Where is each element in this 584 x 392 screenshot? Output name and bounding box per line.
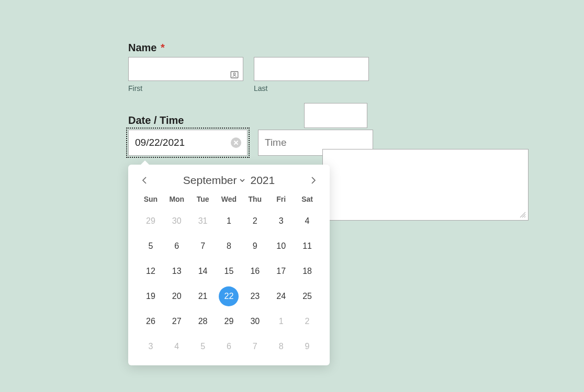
last-name-field: Last xyxy=(254,57,369,93)
calendar-day[interactable]: 17 xyxy=(268,259,294,284)
calendar-day[interactable]: 6 xyxy=(164,234,190,259)
month-label: September xyxy=(183,174,237,187)
calendar-day[interactable]: 15 xyxy=(216,259,242,284)
calendar-day[interactable]: 30 xyxy=(164,209,190,234)
calendar-day[interactable]: 4 xyxy=(164,334,190,359)
calendar-day[interactable]: 27 xyxy=(164,309,190,334)
month-selector[interactable]: September xyxy=(183,174,245,187)
calendar-day[interactable]: 22 xyxy=(216,284,242,309)
last-name-input[interactable] xyxy=(254,57,369,81)
weekday-header: Mon xyxy=(164,192,190,209)
calendar-day[interactable]: 9 xyxy=(294,334,320,359)
weekday-header: Fri xyxy=(268,192,294,209)
calendar-day[interactable]: 10 xyxy=(268,234,294,259)
name-row: First Last xyxy=(128,57,531,93)
calendar-day[interactable]: 14 xyxy=(190,259,216,284)
calendar-day[interactable]: 20 xyxy=(164,284,190,309)
weekday-header: Sun xyxy=(138,192,164,209)
last-sublabel: Last xyxy=(254,84,369,93)
calendar-day[interactable]: 5 xyxy=(138,234,164,259)
chevron-down-icon xyxy=(239,177,245,183)
prev-month-button[interactable] xyxy=(141,176,149,185)
calendar-title: September 2021 xyxy=(183,174,275,187)
calendar-day[interactable]: 16 xyxy=(242,259,268,284)
form-container: Name * First Last Date / Time xyxy=(128,42,531,156)
first-name-field: First xyxy=(128,57,243,93)
obscured-input[interactable] xyxy=(304,103,367,128)
calendar-day[interactable]: 9 xyxy=(242,234,268,259)
calendar-day[interactable]: 5 xyxy=(190,334,216,359)
calendar-day[interactable]: 3 xyxy=(268,209,294,234)
name-label-text: Name xyxy=(128,42,156,53)
date-time-section: Date / Time xyxy=(128,114,531,156)
calendar-day[interactable]: 7 xyxy=(190,234,216,259)
calendar-day[interactable]: 6 xyxy=(216,334,242,359)
calendar-day[interactable]: 8 xyxy=(216,234,242,259)
calendar-day[interactable]: 24 xyxy=(268,284,294,309)
required-indicator: * xyxy=(161,42,165,53)
name-label: Name * xyxy=(128,42,531,54)
calendar-header: September 2021 xyxy=(138,172,320,192)
resize-handle-icon xyxy=(520,212,526,218)
year-label[interactable]: 2021 xyxy=(251,174,275,187)
calendar-day[interactable]: 30 xyxy=(242,309,268,334)
clear-icon[interactable] xyxy=(231,137,241,148)
obscured-textarea[interactable] xyxy=(322,149,529,221)
date-input[interactable] xyxy=(128,130,248,156)
calendar-day[interactable]: 21 xyxy=(190,284,216,309)
calendar-day[interactable]: 19 xyxy=(138,284,164,309)
calendar-day[interactable]: 1 xyxy=(268,309,294,334)
first-name-input[interactable] xyxy=(128,57,243,81)
calendar-day[interactable]: 25 xyxy=(294,284,320,309)
weekday-header: Wed xyxy=(216,192,242,209)
calendar-day[interactable]: 2 xyxy=(242,209,268,234)
calendar-day[interactable]: 12 xyxy=(138,259,164,284)
date-field xyxy=(128,130,248,156)
weekday-header: Thu xyxy=(242,192,268,209)
first-sublabel: First xyxy=(128,84,243,93)
calendar-day[interactable]: 29 xyxy=(138,209,164,234)
datepicker-popup: September 2021 SunMonTueWedThuFriSat 293… xyxy=(128,165,330,365)
calendar-grid: SunMonTueWedThuFriSat 293031123456789101… xyxy=(138,192,320,359)
calendar-day[interactable]: 26 xyxy=(138,309,164,334)
calendar-day[interactable]: 4 xyxy=(294,209,320,234)
calendar-day[interactable]: 11 xyxy=(294,234,320,259)
calendar-day[interactable]: 31 xyxy=(190,209,216,234)
weekday-header: Sat xyxy=(294,192,320,209)
calendar-day[interactable]: 13 xyxy=(164,259,190,284)
calendar-day[interactable]: 8 xyxy=(268,334,294,359)
calendar-day[interactable]: 28 xyxy=(190,309,216,334)
calendar-day[interactable]: 18 xyxy=(294,259,320,284)
weekday-header: Tue xyxy=(190,192,216,209)
calendar-day[interactable]: 7 xyxy=(242,334,268,359)
calendar-day[interactable]: 23 xyxy=(242,284,268,309)
calendar-day[interactable]: 1 xyxy=(216,209,242,234)
calendar-day[interactable]: 29 xyxy=(216,309,242,334)
calendar-day[interactable]: 3 xyxy=(138,334,164,359)
calendar-day[interactable]: 2 xyxy=(294,309,320,334)
next-month-button[interactable] xyxy=(309,176,317,185)
popup-arrow xyxy=(140,160,150,166)
